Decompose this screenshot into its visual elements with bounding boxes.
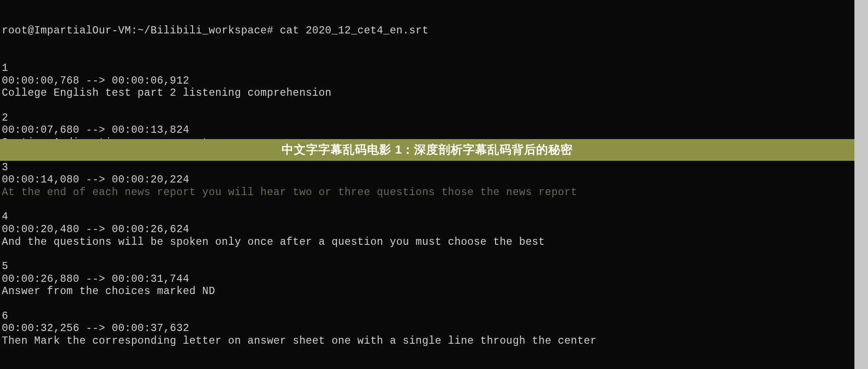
srt-timestamp: 00:00:00,768 --> 00:00:06,912: [2, 75, 866, 88]
srt-index: 5: [2, 261, 866, 273]
srt-entry: 300:00:14,080 --> 00:00:20,224At the end…: [2, 162, 866, 199]
srt-timestamp: 00:00:20,480 --> 00:00:26,624: [2, 224, 866, 236]
srt-entry: 400:00:20,480 --> 00:00:26,624And the qu…: [2, 211, 866, 248]
srt-subtitle-text: College English test part 2 listening co…: [2, 87, 866, 100]
overlay-title-text: 中文字字幕乱码电影 1：深度剖析字幕乱码背后的秘密: [282, 143, 573, 157]
srt-subtitle-text: And the questions will be spoken only on…: [2, 236, 866, 249]
vertical-scrollbar[interactable]: [854, 0, 868, 369]
srt-timestamp: 00:00:14,080 --> 00:00:20,224: [2, 174, 866, 187]
srt-index: 6: [2, 310, 866, 323]
srt-timestamp: 00:00:07,680 --> 00:00:13,824: [2, 124, 866, 137]
srt-timestamp: 00:00:26,880 --> 00:00:31,744: [2, 273, 866, 286]
srt-entry: 500:00:26,880 --> 00:00:31,744Answer fro…: [2, 261, 866, 298]
srt-index: 3: [2, 162, 866, 174]
srt-subtitle-text: Then Mark the corresponding letter on an…: [2, 335, 866, 348]
srt-subtitle-text: Answer from the choices marked ND: [2, 285, 866, 298]
srt-index: 1: [2, 62, 866, 75]
title-overlay-banner: 中文字字幕乱码电影 1：深度剖析字幕乱码背后的秘密: [0, 139, 854, 161]
terminal-output: root@ImpartialOur-VM:~/Bilibili_workspac…: [0, 0, 868, 360]
srt-entry: 100:00:00,768 --> 00:00:06,912College En…: [2, 62, 866, 100]
command-prompt: root@ImpartialOur-VM:~/Bilibili_workspac…: [2, 25, 866, 37]
srt-index: 2: [2, 112, 866, 125]
srt-index: 4: [2, 211, 866, 224]
srt-subtitle-text: At the end of each news report you will …: [2, 187, 866, 199]
srt-file-content: 100:00:00,768 --> 00:00:06,912College En…: [2, 62, 866, 348]
srt-entry: 600:00:32,256 --> 00:00:37,632Then Mark …: [2, 310, 866, 348]
srt-timestamp: 00:00:32,256 --> 00:00:37,632: [2, 322, 866, 335]
